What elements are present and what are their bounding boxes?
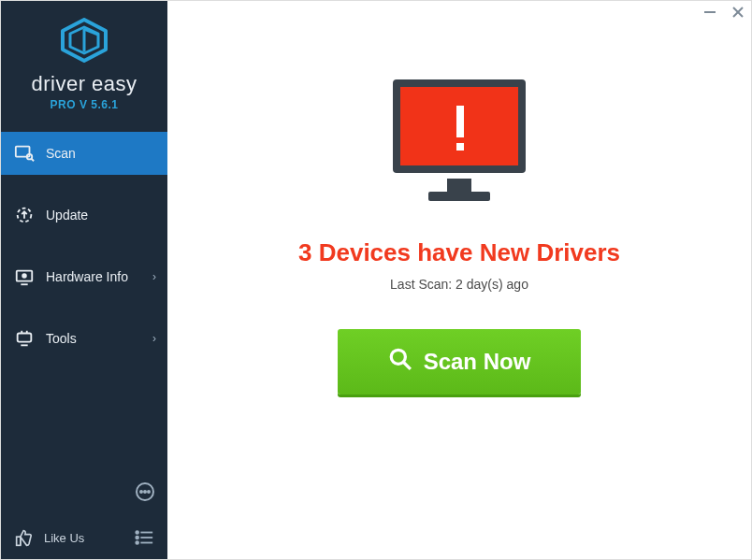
minimize-button[interactable] bbox=[702, 5, 717, 22]
svg-point-14 bbox=[140, 491, 142, 493]
svg-point-18 bbox=[136, 531, 138, 534]
chevron-right-icon: › bbox=[152, 332, 156, 345]
main-panel: 3 Devices have New Drivers Last Scan: 2 … bbox=[167, 1, 751, 559]
svg-line-34 bbox=[403, 362, 411, 369]
svg-rect-9 bbox=[18, 334, 32, 342]
svg-point-15 bbox=[144, 491, 146, 493]
tools-icon bbox=[14, 328, 35, 349]
update-icon bbox=[14, 205, 35, 225]
brand-version: PRO V 5.6.1 bbox=[1, 98, 167, 111]
svg-point-33 bbox=[391, 350, 405, 364]
brand-block: driver easy PRO V 5.6.1 bbox=[1, 1, 167, 122]
svg-rect-32 bbox=[456, 143, 464, 151]
sidebar-item-update[interactable]: Update bbox=[1, 194, 167, 237]
brand-logo-icon bbox=[59, 50, 109, 65]
scan-now-button[interactable]: Scan Now bbox=[338, 329, 581, 395]
scan-icon bbox=[14, 143, 35, 164]
menu-icon[interactable] bbox=[132, 525, 156, 550]
svg-line-4 bbox=[31, 159, 34, 162]
sidebar: driver easy PRO V 5.6.1 Scan bbox=[1, 1, 167, 559]
search-icon bbox=[388, 347, 412, 377]
alert-monitor-icon bbox=[380, 74, 539, 218]
sidebar-nav: Scan Update bbox=[1, 132, 167, 516]
sidebar-bottom-bar: Like Us bbox=[1, 516, 167, 559]
sidebar-item-hardware-info[interactable]: Hardware Info › bbox=[1, 255, 167, 298]
like-label[interactable]: Like Us bbox=[44, 531, 84, 545]
svg-rect-31 bbox=[456, 106, 464, 137]
brand-name: driver easy bbox=[1, 72, 167, 96]
sidebar-item-label: Tools bbox=[46, 331, 77, 346]
sidebar-item-label: Update bbox=[46, 208, 88, 223]
svg-rect-30 bbox=[428, 192, 490, 201]
window-controls bbox=[702, 5, 745, 22]
chevron-right-icon: › bbox=[152, 270, 156, 283]
close-button[interactable] bbox=[730, 5, 745, 22]
hardware-info-icon bbox=[14, 266, 35, 287]
like-icon[interactable] bbox=[12, 525, 36, 550]
svg-point-7 bbox=[22, 274, 26, 278]
svg-rect-17 bbox=[17, 537, 21, 545]
sidebar-item-tools[interactable]: Tools › bbox=[1, 317, 167, 360]
svg-rect-29 bbox=[447, 179, 471, 192]
svg-point-16 bbox=[148, 491, 150, 493]
sidebar-item-scan[interactable]: Scan bbox=[1, 132, 167, 175]
feedback-icon[interactable] bbox=[134, 490, 156, 506]
svg-point-22 bbox=[136, 541, 138, 544]
sidebar-item-label: Scan bbox=[46, 146, 76, 161]
status-headline: 3 Devices have New Drivers bbox=[298, 238, 620, 267]
svg-point-20 bbox=[136, 537, 138, 539]
sidebar-item-label: Hardware Info bbox=[46, 269, 128, 284]
last-scan-text: Last Scan: 2 day(s) ago bbox=[390, 277, 528, 292]
scan-button-label: Scan Now bbox=[424, 349, 531, 375]
app-window: driver easy PRO V 5.6.1 Scan bbox=[1, 1, 751, 559]
